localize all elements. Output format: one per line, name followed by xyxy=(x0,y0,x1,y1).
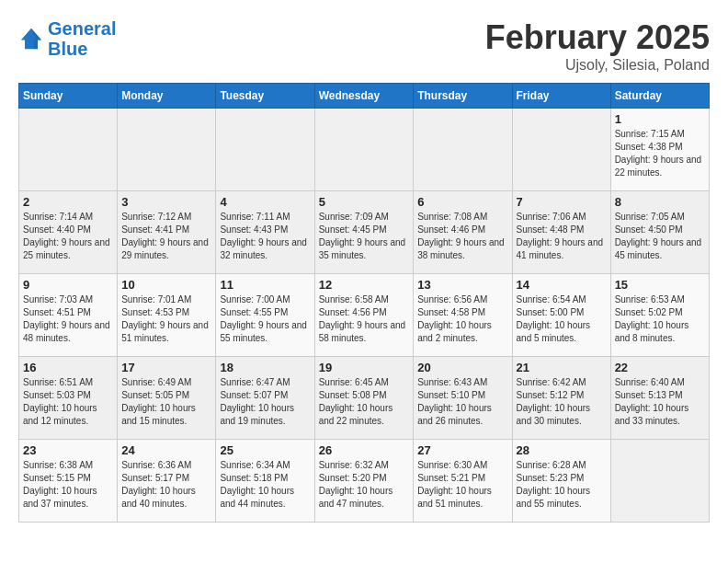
day-info: Sunrise: 6:47 AM Sunset: 5:07 PM Dayligh… xyxy=(220,376,310,428)
calendar-cell: 23Sunrise: 6:38 AM Sunset: 5:15 PM Dayli… xyxy=(19,440,118,523)
weekday-header-saturday: Saturday xyxy=(610,84,709,109)
calendar-cell: 14Sunrise: 6:54 AM Sunset: 5:00 PM Dayli… xyxy=(512,274,610,357)
day-info: Sunrise: 7:00 AM Sunset: 4:55 PM Dayligh… xyxy=(220,293,310,345)
weekday-header-monday: Monday xyxy=(118,84,216,109)
day-info: Sunrise: 6:54 AM Sunset: 5:00 PM Dayligh… xyxy=(517,293,607,345)
page-header: General Blue February 2025 Ujsoly, Siles… xyxy=(18,18,710,74)
calendar-cell: 5Sunrise: 7:09 AM Sunset: 4:45 PM Daylig… xyxy=(314,191,414,274)
calendar-cell: 26Sunrise: 6:32 AM Sunset: 5:20 PM Dayli… xyxy=(314,440,414,523)
day-info: Sunrise: 7:11 AM Sunset: 4:43 PM Dayligh… xyxy=(220,211,310,262)
day-number: 11 xyxy=(220,278,310,292)
calendar-cell xyxy=(414,109,512,191)
day-info: Sunrise: 7:06 AM Sunset: 4:48 PM Dayligh… xyxy=(517,211,607,262)
day-number: 28 xyxy=(517,443,607,457)
logo-icon xyxy=(18,26,44,52)
calendar-week-2: 2Sunrise: 7:14 AM Sunset: 4:40 PM Daylig… xyxy=(19,191,710,274)
day-number: 18 xyxy=(220,361,310,374)
calendar-cell: 19Sunrise: 6:45 AM Sunset: 5:08 PM Dayli… xyxy=(314,357,414,440)
day-info: Sunrise: 7:03 AM Sunset: 4:51 PM Dayligh… xyxy=(23,293,113,345)
day-info: Sunrise: 7:05 AM Sunset: 4:50 PM Dayligh… xyxy=(615,211,705,262)
calendar-cell: 28Sunrise: 6:28 AM Sunset: 5:23 PM Dayli… xyxy=(512,440,610,523)
day-number: 22 xyxy=(615,361,705,374)
weekday-header-sunday: Sunday xyxy=(19,84,118,109)
logo: General Blue xyxy=(18,18,116,59)
calendar-week-3: 9Sunrise: 7:03 AM Sunset: 4:51 PM Daylig… xyxy=(19,274,710,357)
calendar-cell: 8Sunrise: 7:05 AM Sunset: 4:50 PM Daylig… xyxy=(610,191,709,274)
calendar-week-5: 23Sunrise: 6:38 AM Sunset: 5:15 PM Dayli… xyxy=(19,440,710,523)
month-title: February 2025 xyxy=(485,18,710,57)
title-block: February 2025 Ujsoly, Silesia, Poland xyxy=(485,18,710,74)
day-info: Sunrise: 6:42 AM Sunset: 5:12 PM Dayligh… xyxy=(517,376,607,428)
calendar-cell xyxy=(216,109,314,191)
day-number: 2 xyxy=(23,195,113,209)
calendar-cell: 22Sunrise: 6:40 AM Sunset: 5:13 PM Dayli… xyxy=(610,357,709,440)
calendar-cell: 13Sunrise: 6:56 AM Sunset: 4:58 PM Dayli… xyxy=(414,274,512,357)
calendar-cell: 6Sunrise: 7:08 AM Sunset: 4:46 PM Daylig… xyxy=(414,191,512,274)
day-info: Sunrise: 7:09 AM Sunset: 4:45 PM Dayligh… xyxy=(319,211,410,262)
day-number: 20 xyxy=(417,361,507,374)
day-info: Sunrise: 6:34 AM Sunset: 5:18 PM Dayligh… xyxy=(220,459,310,511)
day-number: 12 xyxy=(319,278,410,292)
day-info: Sunrise: 7:14 AM Sunset: 4:40 PM Dayligh… xyxy=(23,211,113,262)
day-info: Sunrise: 7:15 AM Sunset: 4:38 PM Dayligh… xyxy=(615,128,705,179)
calendar-week-4: 16Sunrise: 6:51 AM Sunset: 5:03 PM Dayli… xyxy=(19,357,710,440)
weekday-header-thursday: Thursday xyxy=(414,84,512,109)
day-number: 10 xyxy=(121,278,211,292)
day-number: 5 xyxy=(319,195,410,209)
day-info: Sunrise: 6:51 AM Sunset: 5:03 PM Dayligh… xyxy=(23,376,113,428)
day-info: Sunrise: 6:28 AM Sunset: 5:23 PM Dayligh… xyxy=(517,459,607,511)
day-number: 25 xyxy=(220,443,310,457)
day-number: 15 xyxy=(615,278,705,292)
day-number: 16 xyxy=(23,361,113,374)
calendar-cell: 16Sunrise: 6:51 AM Sunset: 5:03 PM Dayli… xyxy=(19,357,118,440)
day-info: Sunrise: 7:12 AM Sunset: 4:41 PM Dayligh… xyxy=(121,211,211,262)
calendar-cell: 9Sunrise: 7:03 AM Sunset: 4:51 PM Daylig… xyxy=(19,274,118,357)
day-info: Sunrise: 6:45 AM Sunset: 5:08 PM Dayligh… xyxy=(319,376,410,428)
day-info: Sunrise: 6:32 AM Sunset: 5:20 PM Dayligh… xyxy=(319,459,410,511)
day-info: Sunrise: 6:38 AM Sunset: 5:15 PM Dayligh… xyxy=(23,459,113,511)
calendar-header: SundayMondayTuesdayWednesdayThursdayFrid… xyxy=(19,84,710,109)
location: Ujsoly, Silesia, Poland xyxy=(485,57,710,74)
calendar-cell: 11Sunrise: 7:00 AM Sunset: 4:55 PM Dayli… xyxy=(216,274,314,357)
day-number: 7 xyxy=(517,195,607,209)
calendar-cell xyxy=(19,109,118,191)
calendar-cell: 15Sunrise: 6:53 AM Sunset: 5:02 PM Dayli… xyxy=(610,274,709,357)
calendar-table: SundayMondayTuesdayWednesdayThursdayFrid… xyxy=(18,83,710,523)
day-info: Sunrise: 6:49 AM Sunset: 5:05 PM Dayligh… xyxy=(121,376,211,428)
calendar-cell xyxy=(512,109,610,191)
calendar-cell: 18Sunrise: 6:47 AM Sunset: 5:07 PM Dayli… xyxy=(216,357,314,440)
calendar-cell: 21Sunrise: 6:42 AM Sunset: 5:12 PM Dayli… xyxy=(512,357,610,440)
weekday-header-wednesday: Wednesday xyxy=(314,84,414,109)
day-number: 4 xyxy=(220,195,310,209)
calendar-cell: 17Sunrise: 6:49 AM Sunset: 5:05 PM Dayli… xyxy=(118,357,216,440)
day-info: Sunrise: 6:56 AM Sunset: 4:58 PM Dayligh… xyxy=(417,293,507,345)
calendar-cell: 25Sunrise: 6:34 AM Sunset: 5:18 PM Dayli… xyxy=(216,440,314,523)
day-info: Sunrise: 6:40 AM Sunset: 5:13 PM Dayligh… xyxy=(615,376,705,428)
day-info: Sunrise: 6:30 AM Sunset: 5:21 PM Dayligh… xyxy=(417,459,507,511)
calendar-cell: 4Sunrise: 7:11 AM Sunset: 4:43 PM Daylig… xyxy=(216,191,314,274)
day-info: Sunrise: 7:01 AM Sunset: 4:53 PM Dayligh… xyxy=(121,293,211,345)
day-number: 13 xyxy=(417,278,507,292)
calendar-cell: 7Sunrise: 7:06 AM Sunset: 4:48 PM Daylig… xyxy=(512,191,610,274)
calendar-cell xyxy=(314,109,414,191)
calendar-cell: 2Sunrise: 7:14 AM Sunset: 4:40 PM Daylig… xyxy=(19,191,118,274)
day-number: 17 xyxy=(121,361,211,374)
weekday-header-tuesday: Tuesday xyxy=(216,84,314,109)
day-info: Sunrise: 6:58 AM Sunset: 4:56 PM Dayligh… xyxy=(319,293,410,345)
calendar-cell: 1Sunrise: 7:15 AM Sunset: 4:38 PM Daylig… xyxy=(610,109,709,191)
calendar-cell: 20Sunrise: 6:43 AM Sunset: 5:10 PM Dayli… xyxy=(414,357,512,440)
calendar-cell xyxy=(610,440,709,523)
day-number: 19 xyxy=(319,361,410,374)
day-number: 3 xyxy=(121,195,211,209)
day-number: 8 xyxy=(615,195,705,209)
calendar-week-1: 1Sunrise: 7:15 AM Sunset: 4:38 PM Daylig… xyxy=(19,109,710,191)
day-number: 23 xyxy=(23,443,113,457)
calendar-cell xyxy=(118,109,216,191)
calendar-cell: 3Sunrise: 7:12 AM Sunset: 4:41 PM Daylig… xyxy=(118,191,216,274)
calendar-cell: 24Sunrise: 6:36 AM Sunset: 5:17 PM Dayli… xyxy=(118,440,216,523)
logo-text: General Blue xyxy=(48,18,116,59)
day-info: Sunrise: 6:43 AM Sunset: 5:10 PM Dayligh… xyxy=(417,376,507,428)
day-number: 9 xyxy=(23,278,113,292)
day-number: 14 xyxy=(517,278,607,292)
day-info: Sunrise: 6:53 AM Sunset: 5:02 PM Dayligh… xyxy=(615,293,705,345)
